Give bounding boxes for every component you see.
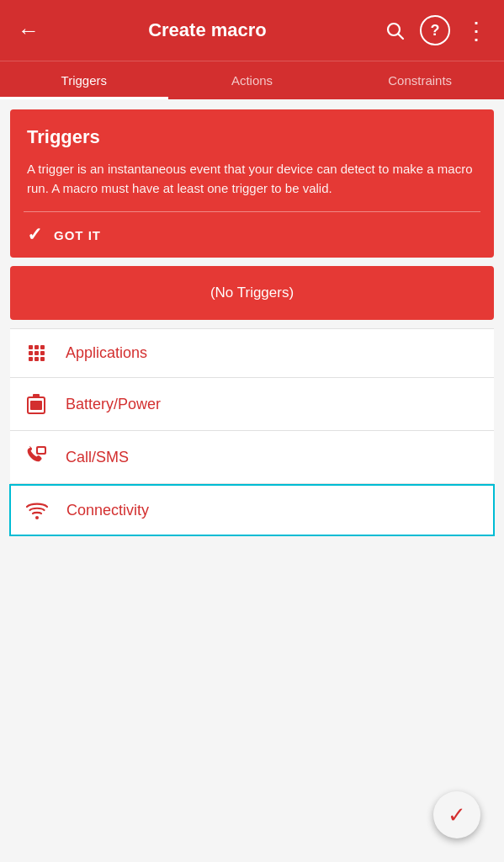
fab-check-icon: ✓ xyxy=(448,802,466,828)
phone-icon xyxy=(24,446,49,468)
svg-rect-3 xyxy=(33,394,40,398)
svg-line-1 xyxy=(399,35,404,40)
no-triggers-button[interactable]: (No Triggers) xyxy=(10,266,494,320)
more-options-icon[interactable]: ⋮ xyxy=(460,15,491,45)
svg-rect-4 xyxy=(30,401,42,410)
applications-label: Applications xyxy=(66,344,147,362)
tab-actions[interactable]: Actions xyxy=(168,61,337,99)
main-content: Triggers A trigger is an instantaneous e… xyxy=(0,99,504,546)
svg-rect-6 xyxy=(38,448,45,453)
call-sms-label: Call/SMS xyxy=(66,449,129,466)
trigger-list: Applications Battery/Power Call/SMS xyxy=(10,328,494,536)
fab-confirm-button[interactable]: ✓ xyxy=(433,791,480,838)
connectivity-label: Connectivity xyxy=(66,502,149,519)
checkmark-icon: ✓ xyxy=(27,224,42,246)
svg-point-7 xyxy=(35,516,39,519)
wifi-icon xyxy=(24,501,50,519)
applications-icon xyxy=(24,345,49,361)
app-header: ← Create macro ? ⋮ xyxy=(0,0,504,61)
battery-icon xyxy=(24,393,49,415)
info-card-title: Triggers xyxy=(27,126,477,148)
tab-triggers[interactable]: Triggers xyxy=(0,61,168,99)
tab-bar: Triggers Actions Constraints xyxy=(0,61,504,99)
list-item-applications[interactable]: Applications xyxy=(10,328,494,378)
list-item-call-sms[interactable]: Call/SMS xyxy=(10,431,494,484)
list-item-connectivity[interactable]: Connectivity xyxy=(9,484,495,536)
got-it-label: GOT IT xyxy=(54,228,101,242)
triggers-info-card: Triggers A trigger is an instantaneous e… xyxy=(10,109,494,258)
tab-constraints[interactable]: Constraints xyxy=(336,61,504,99)
got-it-button[interactable]: ✓ GOT IT xyxy=(27,212,477,258)
back-button[interactable]: ← xyxy=(13,15,44,45)
info-card-body: A trigger is an instantaneous event that… xyxy=(27,160,477,198)
battery-power-label: Battery/Power xyxy=(66,396,161,413)
search-icon[interactable] xyxy=(379,15,410,45)
page-title: Create macro xyxy=(54,19,361,41)
help-icon[interactable]: ? xyxy=(420,15,450,45)
list-item-battery-power[interactable]: Battery/Power xyxy=(10,378,494,431)
